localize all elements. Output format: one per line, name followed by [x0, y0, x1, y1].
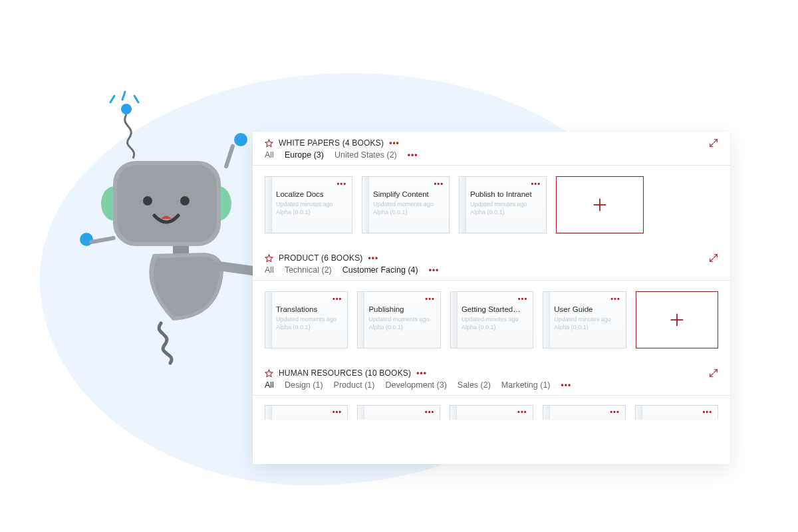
card-menu-icon[interactable]: ••• — [332, 408, 342, 416]
card-row: •••Localize DocsUpdated minutes agoAlpha… — [253, 165, 730, 247]
card-spine — [543, 406, 550, 420]
filter-menu-icon[interactable]: ••• — [429, 265, 440, 275]
filter-tab[interactable]: Marketing (1) — [501, 380, 551, 390]
section-header: PRODUCT (6 BOOKS)••• — [265, 253, 718, 263]
svg-point-12 — [80, 233, 93, 246]
svg-marker-17 — [265, 140, 273, 146]
card-menu-icon[interactable]: ••• — [531, 180, 541, 188]
card-spine — [460, 177, 466, 233]
filter-row: AllTechnical (2)Customer Facing (4)••• — [265, 265, 718, 280]
card-title: Publishing — [368, 305, 433, 313]
add-book-button[interactable] — [556, 176, 644, 233]
book-card[interactable]: •••PublishingUpdated moments agoAlpha (0… — [357, 291, 440, 348]
svg-rect-5 — [223, 144, 235, 169]
book-card[interactable]: •••TranslationsUpdated moments agoAlpha … — [265, 291, 348, 348]
star-icon[interactable] — [265, 139, 273, 148]
svg-marker-23 — [265, 370, 273, 376]
card-menu-icon[interactable]: ••• — [610, 295, 620, 303]
section: PRODUCT (6 BOOKS)•••AllTechnical (2)Cust… — [253, 247, 730, 280]
plus-icon — [591, 196, 609, 214]
card-menu-icon[interactable]: ••• — [425, 408, 435, 416]
card-menu-icon[interactable]: ••• — [702, 408, 712, 416]
svg-point-3 — [121, 104, 132, 114]
card-menu-icon[interactable]: ••• — [610, 408, 620, 416]
card-title: Translations — [276, 305, 340, 313]
svg-point-10 — [143, 196, 152, 205]
section-menu-icon[interactable]: ••• — [368, 253, 379, 263]
plus-icon — [668, 311, 686, 329]
book-card[interactable]: •••User GuideUpdated minutes agoAlpha (0… — [543, 291, 626, 348]
svg-line-2 — [134, 96, 138, 102]
filter-tab[interactable]: Development (3) — [385, 380, 446, 390]
robot-illustration — [73, 86, 273, 366]
expand-icon[interactable] — [709, 368, 718, 378]
card-row: •••TranslationsUpdated moments agoAlpha … — [253, 280, 730, 362]
card-title: Getting Started… — [462, 305, 526, 313]
svg-rect-13 — [89, 236, 116, 245]
card-meta: Updated moments agoAlpha (0.0.1) — [368, 315, 433, 331]
card-meta: Updated minutes agoAlpha (0.0.1) — [554, 315, 618, 331]
filter-tab[interactable]: All — [265, 380, 274, 390]
svg-line-0 — [122, 92, 125, 100]
section: WHITE PAPERS (4 BOOKS)•••AllEurope (3)Un… — [253, 132, 730, 165]
card-title: Localize Docs — [276, 190, 345, 198]
card-menu-icon[interactable]: ••• — [434, 180, 444, 188]
star-icon[interactable] — [265, 254, 273, 263]
card-spine — [636, 406, 642, 420]
card-meta: Updated moments agoAlpha (0.0.1) — [373, 200, 442, 216]
filter-tab[interactable]: Product (1) — [334, 380, 375, 390]
card-spine — [451, 292, 458, 348]
card-meta: Updated minutes agoAlpha (0.0.1) — [276, 200, 345, 216]
book-card[interactable]: ••• — [543, 405, 626, 420]
section-title: HUMAN RESOURCES (10 BOOKS) — [279, 368, 411, 378]
card-spine — [265, 177, 272, 233]
card-spine — [265, 406, 272, 420]
svg-point-11 — [180, 196, 190, 205]
filter-tab[interactable]: Sales (2) — [458, 380, 491, 390]
filter-row: AllDesign (1)Product (1)Development (3)S… — [265, 380, 718, 395]
svg-marker-20 — [265, 255, 273, 261]
svg-point-4 — [234, 133, 247, 146]
card-menu-icon[interactable]: ••• — [332, 295, 342, 303]
filter-tab[interactable]: All — [265, 265, 274, 275]
card-spine — [358, 292, 364, 348]
svg-line-1 — [110, 96, 114, 102]
card-meta: Updated minutes agoAlpha (0.0.1) — [462, 315, 526, 331]
book-card[interactable]: ••• — [450, 405, 533, 420]
card-menu-icon[interactable]: ••• — [517, 408, 527, 416]
book-card[interactable]: •••Getting Started…Updated minutes agoAl… — [450, 291, 533, 348]
card-spine — [543, 292, 550, 348]
add-book-button[interactable] — [636, 291, 718, 348]
book-card[interactable]: ••• — [357, 405, 440, 420]
filter-tab[interactable]: United States (2) — [334, 150, 397, 160]
filter-tab[interactable]: All — [265, 150, 274, 160]
filter-menu-icon[interactable]: ••• — [561, 380, 572, 390]
card-spine — [265, 292, 272, 348]
card-spine — [358, 406, 364, 420]
card-menu-icon[interactable]: ••• — [336, 180, 346, 188]
filter-menu-icon[interactable]: ••• — [408, 150, 418, 160]
card-menu-icon[interactable]: ••• — [425, 295, 435, 303]
section-menu-icon[interactable]: ••• — [389, 138, 400, 148]
filter-tab[interactable]: Europe (3) — [285, 150, 324, 160]
card-meta: Updated moments agoAlpha (0.0.1) — [276, 315, 340, 331]
card-menu-icon[interactable]: ••• — [518, 295, 528, 303]
book-card[interactable]: •••Simplify ContentUpdated moments agoAl… — [362, 176, 450, 233]
book-card[interactable]: •••Publish to IntranetUpdated minutes ag… — [459, 176, 547, 233]
book-card[interactable]: •••Localize DocsUpdated minutes agoAlpha… — [265, 176, 352, 233]
filter-tab[interactable]: Customer Facing (4) — [342, 265, 418, 275]
filter-row: AllEurope (3)United States (2)••• — [265, 150, 718, 165]
filter-tab[interactable]: Technical (2) — [285, 265, 332, 275]
card-title: User Guide — [554, 305, 618, 313]
book-card[interactable]: ••• — [635, 405, 718, 420]
expand-icon[interactable] — [709, 138, 718, 148]
section-menu-icon[interactable]: ••• — [416, 368, 427, 378]
book-card[interactable]: ••• — [265, 405, 348, 420]
expand-icon[interactable] — [709, 253, 718, 263]
card-row: ••••••••••••••• — [253, 395, 730, 420]
card-spine — [450, 406, 457, 420]
star-icon[interactable] — [265, 369, 273, 378]
filter-tab[interactable]: Design (1) — [285, 380, 323, 390]
svg-rect-9 — [117, 165, 217, 242]
section-header: HUMAN RESOURCES (10 BOOKS)••• — [265, 368, 718, 378]
